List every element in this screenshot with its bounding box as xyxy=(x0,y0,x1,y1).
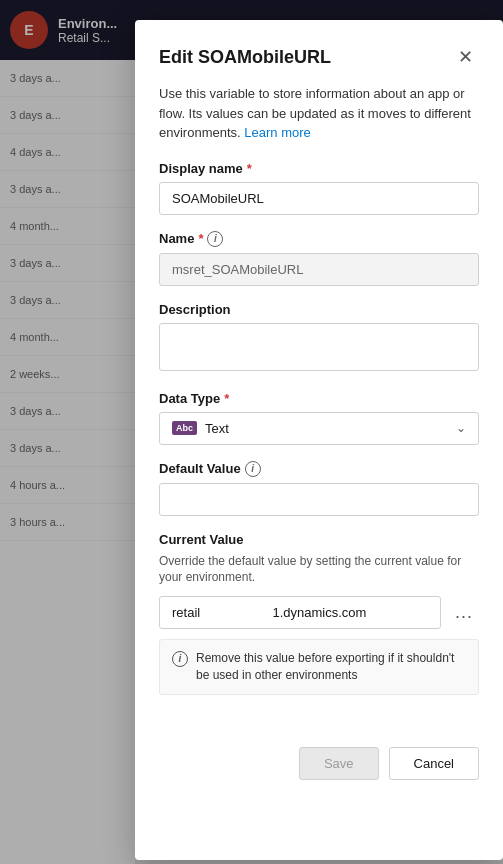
description-input[interactable] xyxy=(159,323,479,371)
default-value-input[interactable] xyxy=(159,483,479,516)
display-name-input[interactable] xyxy=(159,182,479,215)
display-name-label: Display name * xyxy=(159,161,479,176)
data-type-label: Data Type * xyxy=(159,391,479,406)
current-value-field-group: Current Value Override the default value… xyxy=(159,532,479,695)
cancel-button[interactable]: Cancel xyxy=(389,747,479,780)
current-value-input[interactable] xyxy=(159,596,441,629)
default-value-field-group: Default Value i xyxy=(159,461,479,516)
default-value-label: Default Value i xyxy=(159,461,479,477)
description-label: Description xyxy=(159,302,479,317)
name-label: Name * i xyxy=(159,231,479,247)
modal-header: Edit SOAMobileURL ✕ xyxy=(159,44,479,70)
close-button[interactable]: ✕ xyxy=(452,44,479,70)
required-indicator: * xyxy=(198,231,203,246)
required-indicator: * xyxy=(224,391,229,406)
current-value-label: Current Value xyxy=(159,532,479,547)
name-input xyxy=(159,253,479,286)
data-type-field-group: Data Type * Abc Text ⌄ xyxy=(159,391,479,445)
name-info-icon[interactable]: i xyxy=(207,231,223,247)
display-name-field-group: Display name * xyxy=(159,161,479,215)
default-value-info-icon[interactable]: i xyxy=(245,461,261,477)
data-type-icon: Abc xyxy=(172,421,197,435)
name-field-group: Name * i xyxy=(159,231,479,286)
description-field-group: Description xyxy=(159,302,479,375)
dropdown-value: Abc Text xyxy=(172,421,229,436)
current-value-description: Override the default value by setting th… xyxy=(159,553,479,587)
save-button[interactable]: Save xyxy=(299,747,379,780)
info-banner: i Remove this value before exporting if … xyxy=(159,639,479,695)
modal-title: Edit SOAMobileURL xyxy=(159,47,331,68)
chevron-down-icon: ⌄ xyxy=(456,421,466,435)
ellipsis-button[interactable]: ... xyxy=(449,598,479,627)
modal-description: Use this variable to store information a… xyxy=(159,84,479,143)
current-value-input-wrap: ... xyxy=(159,596,479,629)
info-banner-icon: i xyxy=(172,651,188,667)
edit-variable-modal: Edit SOAMobileURL ✕ Use this variable to… xyxy=(135,20,503,860)
modal-footer: Save Cancel xyxy=(159,735,479,780)
data-type-dropdown[interactable]: Abc Text ⌄ xyxy=(159,412,479,445)
learn-more-link[interactable]: Learn more xyxy=(244,125,310,140)
required-indicator: * xyxy=(247,161,252,176)
